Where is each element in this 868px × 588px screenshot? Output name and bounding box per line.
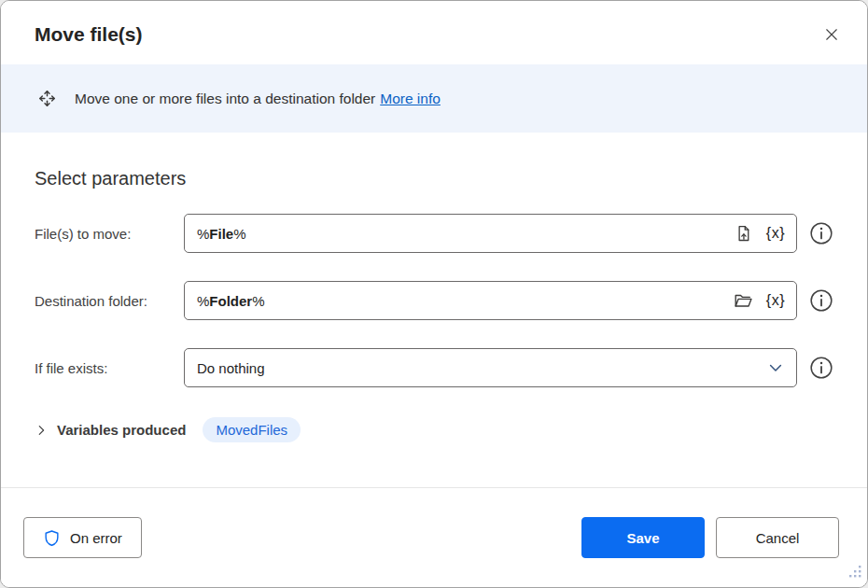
files-to-move-info-button[interactable]: [809, 221, 833, 245]
shield-icon: [43, 529, 61, 547]
folder-variable-picker-button[interactable]: {x}: [764, 290, 787, 311]
dialog-header: Move file(s): [1, 1, 867, 64]
files-to-move-value: %File%: [197, 226, 732, 242]
variable-picker-icon: {x}: [766, 292, 785, 309]
select-folder-button[interactable]: [731, 288, 755, 313]
file-variable-picker-button[interactable]: {x}: [764, 223, 787, 244]
move-icon: [36, 88, 58, 109]
on-error-button[interactable]: On error: [23, 517, 142, 558]
chevron-right-icon: [35, 424, 48, 437]
folder-open-icon: [733, 290, 753, 311]
move-files-dialog: Move file(s) Move one or more files into…: [0, 0, 868, 588]
resize-grip[interactable]: [848, 565, 862, 582]
close-button[interactable]: [819, 21, 845, 48]
variables-produced-label: Variables produced: [57, 422, 186, 438]
select-file-button[interactable]: [732, 222, 755, 245]
destination-folder-input[interactable]: %Folder% {x}: [184, 281, 797, 320]
variables-produced-toggle[interactable]: Variables produced: [35, 422, 186, 438]
if-file-exists-label: If file exists:: [35, 360, 184, 376]
section-heading: Select parameters: [35, 168, 833, 189]
info-icon: [809, 221, 833, 245]
save-button[interactable]: Save: [581, 517, 705, 558]
info-icon: [809, 356, 833, 380]
info-banner: Move one or more files into a destinatio…: [1, 64, 867, 133]
destination-folder-label: Destination folder:: [35, 293, 184, 309]
row-if-file-exists: If file exists: Do nothing: [35, 348, 833, 387]
more-info-link[interactable]: More info: [380, 91, 441, 106]
if-file-exists-value: Do nothing: [197, 360, 265, 376]
parameters-section: Select parameters File(s) to move: %File…: [1, 168, 867, 442]
chevron-down-icon: [766, 358, 785, 377]
files-to-move-label: File(s) to move:: [35, 226, 184, 242]
on-error-label: On error: [70, 530, 122, 546]
row-files-to-move: File(s) to move: %File%: [35, 214, 833, 253]
files-to-move-input[interactable]: %File% {x}: [184, 214, 797, 253]
destination-folder-value: %Folder%: [197, 293, 731, 309]
info-icon: [809, 288, 833, 313]
if-file-exists-select[interactable]: Do nothing: [184, 348, 797, 387]
banner-text: Move one or more files into a destinatio…: [75, 91, 375, 106]
dialog-title: Move file(s): [35, 23, 143, 46]
dialog-footer: On error Save Cancel: [1, 488, 867, 587]
if-file-exists-info-button[interactable]: [809, 356, 833, 380]
file-select-icon: [734, 224, 753, 244]
destination-folder-info-button[interactable]: [809, 288, 833, 313]
variable-picker-icon: {x}: [766, 225, 785, 242]
variable-pill-movedfiles[interactable]: MovedFiles: [203, 417, 301, 442]
variables-produced-row: Variables produced MovedFiles: [35, 417, 833, 442]
close-icon: [823, 26, 840, 43]
cancel-button[interactable]: Cancel: [716, 517, 839, 558]
row-destination-folder: Destination folder: %Folder% {x}: [35, 281, 833, 320]
